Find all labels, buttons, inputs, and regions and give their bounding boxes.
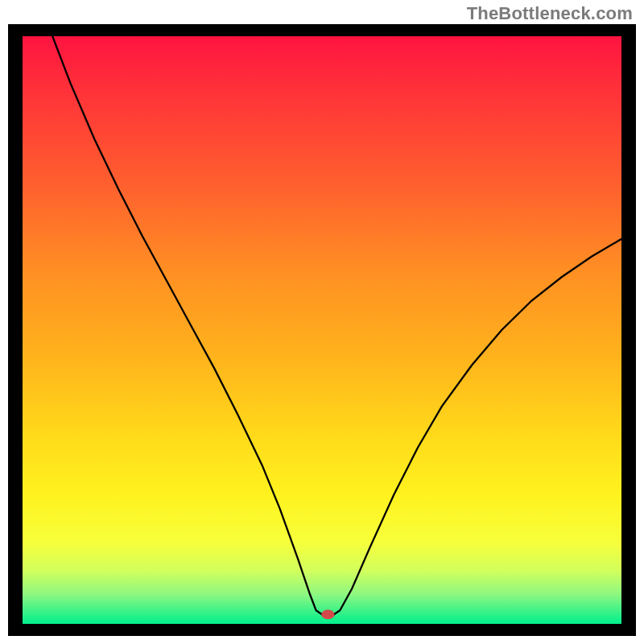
bottleneck-curve — [52, 36, 621, 614]
plot-svg — [23, 36, 621, 624]
chart-frame — [8, 24, 636, 636]
plot-area — [23, 36, 621, 624]
watermark-text: TheBottleneck.com — [467, 3, 633, 24]
minimum-marker — [321, 609, 334, 619]
